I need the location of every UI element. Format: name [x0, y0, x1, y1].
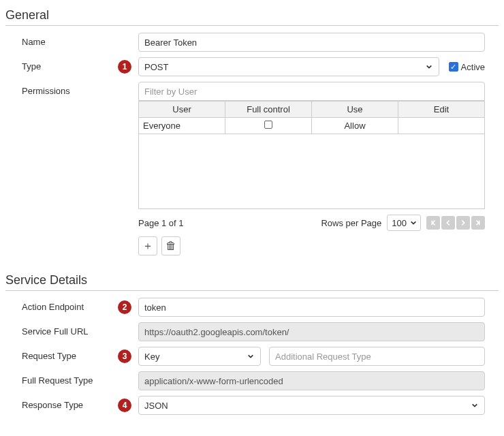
service-url-input	[138, 322, 485, 341]
label-full-request-type: Full Request Type	[5, 371, 111, 386]
col-full-control[interactable]: Full control	[225, 102, 312, 118]
action-endpoint-input[interactable]	[138, 298, 485, 317]
active-label: Active	[461, 62, 485, 72]
response-type-select[interactable]: JSON	[138, 396, 485, 415]
name-input[interactable]	[138, 33, 485, 52]
request-type-select[interactable]: Key	[138, 347, 261, 366]
label-type: Type	[5, 57, 111, 72]
badge-1: 1	[118, 60, 131, 74]
col-use[interactable]: Use	[312, 102, 398, 118]
page-first-button[interactable]	[426, 216, 440, 230]
label-service-url: Service Full URL	[5, 322, 111, 337]
section-title-service: Service Details	[5, 268, 499, 291]
active-checkbox[interactable]: ✓	[449, 62, 458, 72]
cell-use: Allow	[312, 118, 398, 134]
badge-4: 4	[118, 399, 131, 412]
permissions-empty-area	[138, 134, 485, 209]
full-request-type-input	[138, 371, 485, 390]
cell-user: Everyone	[139, 118, 225, 134]
label-request-type: Request Type	[5, 347, 111, 361]
permissions-table: User Full control Use Edit Everyone Allo…	[138, 101, 485, 134]
label-permissions: Permissions	[5, 82, 111, 96]
section-title-general: General	[5, 3, 499, 26]
cell-full[interactable]	[225, 118, 312, 134]
badge-2: 2	[118, 300, 131, 314]
label-action-endpoint: Action Endpoint	[5, 298, 111, 312]
additional-request-type-input[interactable]	[269, 347, 485, 366]
page-last-button[interactable]	[471, 216, 485, 230]
page-prev-button[interactable]	[441, 216, 455, 230]
permissions-filter-input[interactable]	[138, 82, 485, 101]
rows-per-page-select[interactable]: 100	[387, 215, 421, 231]
cell-edit	[398, 118, 485, 134]
col-edit[interactable]: Edit	[398, 102, 485, 118]
label-name: Name	[5, 33, 111, 47]
type-select[interactable]: POST	[138, 57, 439, 76]
trash-icon: 🗑	[166, 240, 176, 252]
page-next-button[interactable]	[456, 216, 470, 230]
col-user[interactable]: User	[139, 102, 225, 118]
page-indicator: Page 1 of 1	[138, 218, 184, 228]
delete-button[interactable]: 🗑	[161, 236, 180, 255]
add-button[interactable]: ＋	[138, 236, 157, 255]
badge-3: 3	[118, 349, 131, 363]
plus-icon: ＋	[142, 239, 153, 253]
table-row[interactable]: Everyone Allow	[139, 118, 485, 134]
rows-per-page-label: Rows per Page	[321, 218, 381, 228]
label-response-type: Response Type	[5, 396, 111, 410]
